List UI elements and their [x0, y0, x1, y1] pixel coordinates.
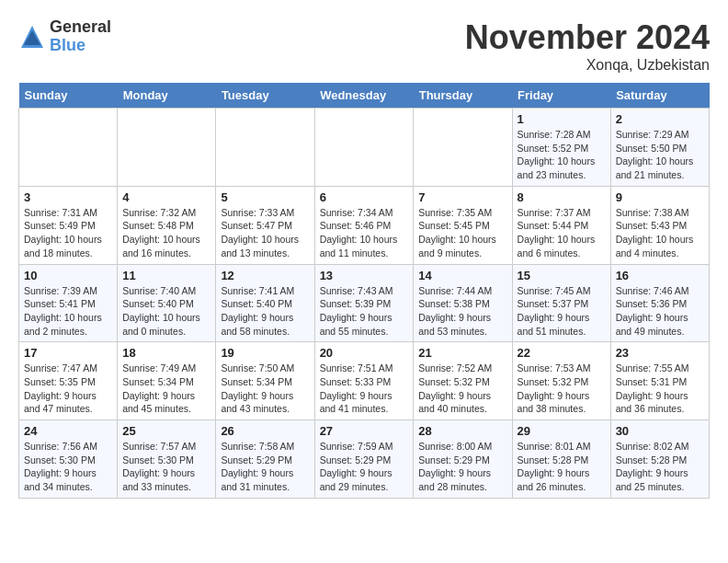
calendar-cell: [314, 109, 414, 187]
calendar-cell: 1Sunrise: 7:28 AM Sunset: 5:52 PM Daylig…: [512, 109, 610, 187]
calendar-cell: 12Sunrise: 7:41 AM Sunset: 5:40 PM Dayli…: [216, 264, 314, 342]
day-number: 16: [616, 269, 704, 282]
day-number: 1: [518, 112, 606, 126]
day-info: Sunrise: 7:51 AM Sunset: 5:33 PM Dayligh…: [320, 362, 409, 416]
calendar-week-4: 17Sunrise: 7:47 AM Sunset: 5:35 PM Dayli…: [19, 342, 710, 420]
day-number: 10: [24, 269, 112, 282]
calendar-cell: 25Sunrise: 7:57 AM Sunset: 5:30 PM Dayli…: [118, 420, 216, 499]
logo-blue: Blue: [50, 37, 111, 55]
calendar-cell: 5Sunrise: 7:33 AM Sunset: 5:47 PM Daylig…: [216, 186, 314, 264]
calendar-cell: 20Sunrise: 7:51 AM Sunset: 5:33 PM Dayli…: [314, 342, 414, 420]
weekday-header-thursday: Thursday: [414, 83, 512, 109]
calendar-cell: 9Sunrise: 7:38 AM Sunset: 5:43 PM Daylig…: [610, 186, 709, 264]
calendar-cell: 26Sunrise: 7:58 AM Sunset: 5:29 PM Dayli…: [216, 420, 314, 499]
calendar-cell: 18Sunrise: 7:49 AM Sunset: 5:34 PM Dayli…: [118, 342, 216, 420]
calendar-cell: 30Sunrise: 8:02 AM Sunset: 5:28 PM Dayli…: [610, 420, 709, 499]
day-info: Sunrise: 7:56 AM Sunset: 5:30 PM Dayligh…: [24, 440, 112, 494]
calendar-cell: 15Sunrise: 7:45 AM Sunset: 5:37 PM Dayli…: [512, 264, 610, 342]
day-info: Sunrise: 7:43 AM Sunset: 5:39 PM Dayligh…: [320, 284, 409, 339]
calendar-cell: 22Sunrise: 7:53 AM Sunset: 5:32 PM Dayli…: [512, 342, 610, 420]
day-number: 23: [616, 346, 704, 360]
calendar-cell: 10Sunrise: 7:39 AM Sunset: 5:41 PM Dayli…: [19, 264, 118, 342]
calendar-week-5: 24Sunrise: 7:56 AM Sunset: 5:30 PM Dayli…: [19, 420, 710, 499]
calendar-cell: 28Sunrise: 8:00 AM Sunset: 5:29 PM Dayli…: [414, 420, 512, 499]
calendar-cell: 13Sunrise: 7:43 AM Sunset: 5:39 PM Dayli…: [314, 264, 414, 342]
day-info: Sunrise: 7:58 AM Sunset: 5:29 PM Dayligh…: [221, 440, 309, 494]
calendar-cell: 14Sunrise: 7:44 AM Sunset: 5:38 PM Dayli…: [414, 264, 512, 342]
title-block: November 2024 Xonqa, Uzbekistan: [465, 18, 710, 74]
day-number: 11: [122, 269, 210, 282]
day-number: 5: [221, 190, 309, 204]
day-number: 20: [320, 346, 409, 360]
day-number: 26: [221, 424, 309, 438]
calendar-table: SundayMondayTuesdayWednesdayThursdayFrid…: [18, 83, 710, 499]
day-number: 12: [221, 269, 309, 282]
day-info: Sunrise: 7:57 AM Sunset: 5:30 PM Dayligh…: [122, 440, 210, 494]
page-header: General Blue November 2024 Xonqa, Uzbeki…: [18, 18, 710, 74]
day-info: Sunrise: 7:39 AM Sunset: 5:41 PM Dayligh…: [24, 284, 112, 339]
calendar-cell: 3Sunrise: 7:31 AM Sunset: 5:49 PM Daylig…: [19, 186, 118, 264]
calendar-cell: 19Sunrise: 7:50 AM Sunset: 5:34 PM Dayli…: [216, 342, 314, 420]
day-info: Sunrise: 7:31 AM Sunset: 5:49 PM Dayligh…: [24, 206, 112, 260]
day-number: 19: [221, 346, 309, 360]
calendar-week-1: 1Sunrise: 7:28 AM Sunset: 5:52 PM Daylig…: [19, 109, 710, 187]
calendar-cell: 17Sunrise: 7:47 AM Sunset: 5:35 PM Dayli…: [19, 342, 118, 420]
day-number: 21: [418, 346, 506, 360]
calendar-week-3: 10Sunrise: 7:39 AM Sunset: 5:41 PM Dayli…: [19, 264, 710, 342]
day-info: Sunrise: 7:34 AM Sunset: 5:46 PM Dayligh…: [320, 206, 409, 260]
day-info: Sunrise: 7:32 AM Sunset: 5:48 PM Dayligh…: [122, 206, 210, 260]
day-number: 9: [616, 190, 704, 204]
day-info: Sunrise: 7:46 AM Sunset: 5:36 PM Dayligh…: [616, 284, 704, 339]
calendar-cell: 8Sunrise: 7:37 AM Sunset: 5:44 PM Daylig…: [512, 186, 610, 264]
calendar-cell: 4Sunrise: 7:32 AM Sunset: 5:48 PM Daylig…: [118, 186, 216, 264]
day-info: Sunrise: 8:01 AM Sunset: 5:28 PM Dayligh…: [518, 440, 606, 494]
day-info: Sunrise: 7:37 AM Sunset: 5:44 PM Dayligh…: [518, 206, 606, 260]
day-number: 4: [122, 190, 210, 204]
day-number: 28: [418, 424, 506, 438]
day-info: Sunrise: 7:44 AM Sunset: 5:38 PM Dayligh…: [418, 284, 506, 339]
weekday-header-wednesday: Wednesday: [314, 83, 414, 109]
calendar-cell: [118, 109, 216, 187]
day-number: 29: [518, 424, 606, 438]
month-title: November 2024: [465, 18, 710, 57]
location-title: Xonqa, Uzbekistan: [465, 57, 710, 74]
day-info: Sunrise: 7:59 AM Sunset: 5:29 PM Dayligh…: [320, 440, 409, 494]
day-number: 13: [320, 269, 409, 282]
day-info: Sunrise: 7:49 AM Sunset: 5:34 PM Dayligh…: [122, 362, 210, 416]
day-info: Sunrise: 7:50 AM Sunset: 5:34 PM Dayligh…: [221, 362, 309, 416]
day-number: 25: [122, 424, 210, 438]
day-info: Sunrise: 7:40 AM Sunset: 5:40 PM Dayligh…: [122, 284, 210, 339]
day-info: Sunrise: 7:45 AM Sunset: 5:37 PM Dayligh…: [518, 284, 606, 339]
calendar-cell: [414, 109, 512, 187]
calendar-cell: 2Sunrise: 7:29 AM Sunset: 5:50 PM Daylig…: [610, 109, 709, 187]
day-info: Sunrise: 7:52 AM Sunset: 5:32 PM Dayligh…: [418, 362, 506, 416]
calendar-cell: [19, 109, 118, 187]
day-number: 8: [518, 190, 606, 204]
day-number: 17: [24, 346, 112, 360]
weekday-header-saturday: Saturday: [610, 83, 709, 109]
day-number: 3: [24, 190, 112, 204]
logo-general: General: [50, 18, 111, 37]
calendar-cell: 7Sunrise: 7:35 AM Sunset: 5:45 PM Daylig…: [414, 186, 512, 264]
day-info: Sunrise: 7:41 AM Sunset: 5:40 PM Dayligh…: [221, 284, 309, 339]
day-info: Sunrise: 7:33 AM Sunset: 5:47 PM Dayligh…: [221, 206, 309, 260]
weekday-header-monday: Monday: [118, 83, 216, 109]
day-number: 14: [418, 269, 506, 282]
calendar-cell: 24Sunrise: 7:56 AM Sunset: 5:30 PM Dayli…: [19, 420, 118, 499]
day-info: Sunrise: 7:35 AM Sunset: 5:45 PM Dayligh…: [418, 206, 506, 260]
day-number: 24: [24, 424, 112, 438]
calendar-cell: 11Sunrise: 7:40 AM Sunset: 5:40 PM Dayli…: [118, 264, 216, 342]
logo-text: General Blue: [50, 18, 111, 55]
day-info: Sunrise: 7:55 AM Sunset: 5:31 PM Dayligh…: [616, 362, 704, 416]
calendar-cell: 29Sunrise: 8:01 AM Sunset: 5:28 PM Dayli…: [512, 420, 610, 499]
calendar-cell: 23Sunrise: 7:55 AM Sunset: 5:31 PM Dayli…: [610, 342, 709, 420]
day-number: 22: [518, 346, 606, 360]
day-info: Sunrise: 8:02 AM Sunset: 5:28 PM Dayligh…: [616, 440, 704, 494]
day-info: Sunrise: 7:28 AM Sunset: 5:52 PM Dayligh…: [518, 128, 606, 182]
calendar-cell: 27Sunrise: 7:59 AM Sunset: 5:29 PM Dayli…: [314, 420, 414, 499]
day-info: Sunrise: 8:00 AM Sunset: 5:29 PM Dayligh…: [418, 440, 506, 494]
day-info: Sunrise: 7:38 AM Sunset: 5:43 PM Dayligh…: [616, 206, 704, 260]
day-info: Sunrise: 7:53 AM Sunset: 5:32 PM Dayligh…: [518, 362, 606, 416]
day-info: Sunrise: 7:47 AM Sunset: 5:35 PM Dayligh…: [24, 362, 112, 416]
weekday-header-friday: Friday: [512, 83, 610, 109]
